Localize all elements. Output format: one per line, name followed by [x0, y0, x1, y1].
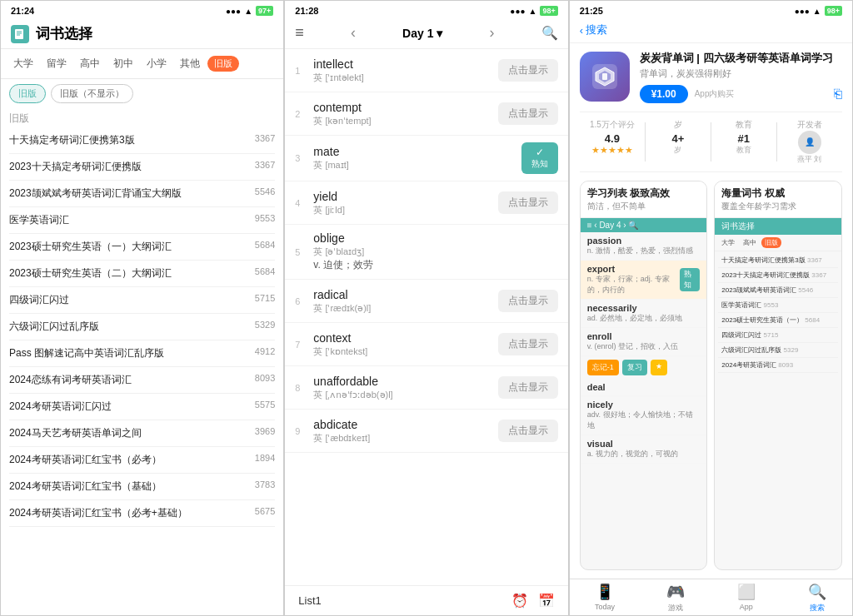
- calendar-icon[interactable]: 📅: [538, 593, 555, 609]
- tab-old-version[interactable]: 旧版: [207, 56, 239, 72]
- word-info-8: unaffordable 英 [ˌʌnəˈfɔːdəb(ə)l]: [313, 375, 497, 401]
- word-phonetic: 英 [ˈrædɪk(ə)l]: [313, 302, 497, 315]
- rating-stars: ★★★★★: [580, 145, 645, 156]
- word-info-1: intellect 英 [ˈɪntəlekt]: [313, 57, 497, 84]
- show-meaning-button[interactable]: 点击显示: [498, 376, 558, 399]
- review-btn[interactable]: 复习: [622, 360, 647, 375]
- timer-icon[interactable]: ⏰: [511, 593, 528, 609]
- list-item[interactable]: 2023颉斌斌考研英语词汇背诵宝大纲版 5546: [9, 181, 275, 207]
- filter-btn-hidden[interactable]: 旧版（不显示）: [51, 84, 133, 103]
- list-item[interactable]: 六级词汇闪过乱序版 5329: [9, 314, 275, 340]
- show-meaning-button[interactable]: 点击显示: [498, 59, 558, 82]
- list-item[interactable]: 四级词汇闪过 5715: [9, 287, 275, 314]
- developer-avatar: 👤: [798, 131, 821, 154]
- list-item[interactable]: 2024考研英语词汇闪过 5575: [9, 394, 275, 420]
- show-meaning-button[interactable]: 点击显示: [498, 420, 558, 442]
- list-item[interactable]: 十天搞定考研词汇便携第3版 3367: [9, 127, 275, 154]
- word-meaning: v. 迫使；效劳: [313, 258, 557, 272]
- screenshot-2: 海量词书 权威 覆盖全年龄学习需求 词书选择 大学 高中 旧版 十天搞定考研词汇…: [714, 181, 842, 570]
- tab-study-abroad[interactable]: 留学: [41, 54, 72, 73]
- mini-word-5: deal: [581, 379, 707, 396]
- day-selector[interactable]: Day 1 ▾: [402, 27, 442, 40]
- mini-word-en: deal: [587, 382, 606, 392]
- p1-header: 词书选择: [1, 17, 283, 49]
- signal-icon: ●●●: [226, 7, 241, 16]
- tab-university[interactable]: 大学: [7, 54, 39, 73]
- menu-button[interactable]: ≡: [295, 24, 304, 42]
- show-meaning-button[interactable]: 点击显示: [498, 102, 558, 125]
- word-list: 1 intellect 英 [ˈɪntəlekt] 点击显示 2 contemp…: [285, 49, 567, 585]
- day-label: Day 1: [402, 27, 433, 40]
- mini-word-en: nicely: [587, 400, 701, 410]
- next-button[interactable]: ›: [485, 22, 500, 43]
- list-item[interactable]: 2024考研英语词汇红宝书（必考+基础） 5675: [9, 500, 275, 527]
- mini-word-meaning: v. (enrol) 登记，招收，入伍: [587, 341, 678, 352]
- mini-word-meaning: ad. 必然地，必定地，必须地: [587, 313, 682, 324]
- developer-label: 开发者: [777, 119, 842, 131]
- tab-search[interactable]: 🔍 搜索: [781, 583, 852, 614]
- filter-btn-old[interactable]: 旧版: [9, 84, 46, 103]
- forget-btn[interactable]: 忘记-1: [587, 360, 619, 375]
- tab-highschool[interactable]: 高中: [74, 54, 106, 73]
- today-icon: 📱: [596, 583, 614, 601]
- battery-3: 98+: [825, 6, 842, 16]
- age-sub: 岁: [646, 145, 711, 156]
- word-info-2: contempt 英 [kənˈtempt]: [313, 101, 497, 127]
- known-label: 熟知: [531, 158, 548, 170]
- status-bar-2: 21:28 ●●● ▲ 98+: [285, 1, 567, 17]
- share-button[interactable]: ⎗: [834, 87, 842, 102]
- show-meaning-button[interactable]: 点击显示: [498, 333, 558, 355]
- dropdown-arrow: ▾: [436, 27, 442, 40]
- word-phonetic: 英 [ˈæbdɪkeɪt]: [313, 432, 497, 445]
- show-meaning-button[interactable]: 点击显示: [498, 191, 558, 214]
- tab-today[interactable]: 📱 Today: [570, 583, 641, 614]
- word-info-3: mate 英 [maɪt]: [313, 145, 461, 171]
- status-icons-1: ●●● ▲ 97+: [226, 6, 273, 16]
- mini-word-3: necessarily ad. 必然地，必定地，必须地: [581, 300, 707, 328]
- list-item[interactable]: Pass 图解速记高中英语词汇乱序版 4912: [9, 340, 275, 367]
- tab-mini-3: 旧版: [761, 237, 781, 248]
- app-icon: [580, 52, 630, 102]
- tab-middle[interactable]: 初中: [107, 54, 139, 73]
- book-icon: [11, 25, 29, 43]
- screenshot-subtitle-1: 简洁，但不简单: [587, 201, 701, 212]
- word-item-8: 8 unaffordable 英 [ˌʌnəˈfɔːdəb(ə)l] 点击显示: [285, 366, 567, 410]
- rating-count: 1.5万个评分: [580, 119, 645, 131]
- list-item[interactable]: 医学英语词汇 9553: [9, 207, 275, 234]
- p1-filter: 旧版 旧版（不显示）: [1, 79, 283, 108]
- mini-word-meaning: n. 激情，酷爱，热爱，强烈情感: [587, 246, 693, 256]
- mini-word-en: necessarily: [587, 303, 682, 313]
- tab-app[interactable]: ⬜ App: [711, 583, 781, 614]
- show-meaning-button[interactable]: 点击显示: [498, 290, 558, 312]
- list-item[interactable]: 2023硕士研究生英语（二）大纲词汇 5684: [9, 261, 275, 287]
- back-button[interactable]: ‹ 搜索: [580, 22, 842, 37]
- known-button[interactable]: ✓ 熟知: [521, 142, 558, 174]
- tab-primary[interactable]: 小学: [141, 54, 172, 73]
- price-button[interactable]: ¥1.00: [640, 85, 688, 103]
- signal-icon-3: ●●●: [795, 7, 810, 16]
- word-info-4: yield 英 [jiːld]: [313, 190, 497, 216]
- status-bar-3: 21:25 ●●● ▲ 98+: [570, 1, 852, 17]
- tab-other[interactable]: 其他: [174, 54, 206, 73]
- star-btn[interactable]: ★: [651, 360, 667, 375]
- list-item[interactable]: 2024考研英语词汇红宝书（必考） 1894: [9, 447, 275, 474]
- mini-book-item: 四级词汇闪过 5715: [718, 328, 838, 343]
- mini-book-list: 十天搞定考研词汇便携第3版 3367 2023十天搞定考研词汇便携版 3367 …: [715, 251, 841, 375]
- tab-games[interactable]: 🎮 游戏: [640, 583, 711, 614]
- list-item[interactable]: 2024恋练有词考研英语词汇 8093: [9, 367, 275, 394]
- tab-mini-1: 大学: [718, 237, 738, 248]
- status-icons-3: ●●● ▲ 98+: [795, 6, 842, 16]
- prev-button[interactable]: ‹: [346, 22, 361, 43]
- word-english: intellect: [313, 57, 497, 71]
- search-button[interactable]: 🔍: [541, 25, 558, 41]
- word-phonetic: 英 [kənˈtempt]: [313, 115, 497, 127]
- list-item[interactable]: 2023十天搞定考研词汇便携版 3367: [9, 154, 275, 181]
- word-item-3: 3 mate 英 [maɪt] 点击显示 ✓ 熟知: [285, 136, 567, 181]
- list-item[interactable]: 2023硕士研究生英语（一）大纲词汇 5684: [9, 234, 275, 261]
- word-english: unaffordable: [313, 375, 497, 388]
- list-item[interactable]: 2024考研英语词汇红宝书（基础） 3783: [9, 474, 275, 500]
- list-name: List1: [298, 594, 321, 607]
- mini-book-item: 2023硕士研究生英语（一） 5684: [718, 313, 838, 328]
- mini-word-6: nicely adv. 很好地；令人愉快地；不错地: [581, 396, 707, 435]
- list-item[interactable]: 2024马天艺考研英语单词之间 3969: [9, 420, 275, 447]
